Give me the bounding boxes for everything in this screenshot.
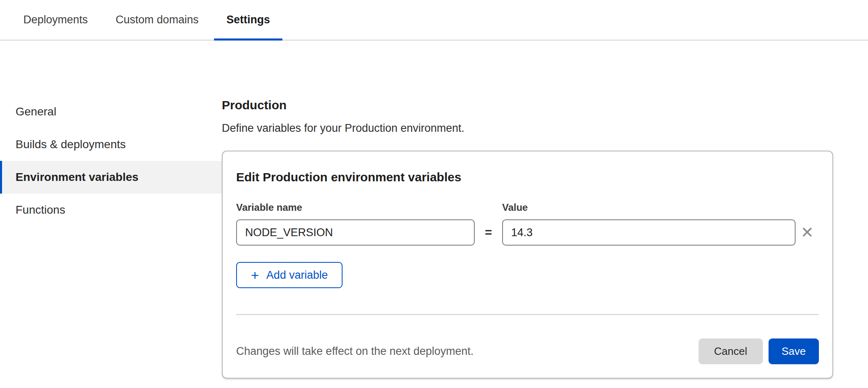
value-label: Value bbox=[502, 201, 796, 214]
sidebar-item-environment-variables[interactable]: Environment variables bbox=[0, 161, 222, 194]
tab-settings[interactable]: Settings bbox=[214, 0, 282, 40]
sidebar-item-builds-deployments[interactable]: Builds & deployments bbox=[0, 128, 222, 161]
card-heading: Edit Production environment variables bbox=[236, 169, 819, 186]
remove-variable-icon[interactable]: ✕ bbox=[801, 225, 814, 240]
variable-name-input[interactable] bbox=[236, 219, 475, 246]
footer-actions: Cancel Save bbox=[699, 338, 819, 364]
environment-variables-card: Edit Production environment variables Va… bbox=[222, 151, 833, 379]
variable-name-label: Variable name bbox=[236, 201, 475, 214]
tab-custom-domains[interactable]: Custom domains bbox=[104, 0, 211, 40]
equals-sign: = bbox=[475, 226, 502, 239]
add-variable-button[interactable]: + Add variable bbox=[236, 262, 343, 288]
add-variable-label: Add variable bbox=[266, 269, 328, 282]
save-button[interactable]: Save bbox=[769, 338, 819, 364]
card-footer: Changes will take effect on the next dep… bbox=[236, 338, 819, 364]
sidebar-item-functions[interactable]: Functions bbox=[0, 194, 222, 226]
plus-icon: + bbox=[251, 268, 259, 282]
field-labels-row: Variable name Value bbox=[236, 201, 819, 214]
deployment-note: Changes will take effect on the next dep… bbox=[236, 345, 473, 358]
sidebar-item-general[interactable]: General bbox=[0, 95, 222, 128]
remove-variable-cell: ✕ bbox=[796, 225, 819, 240]
settings-sidebar: General Builds & deployments Environment… bbox=[0, 41, 222, 226]
variable-value-input[interactable] bbox=[502, 219, 796, 246]
tab-deployments[interactable]: Deployments bbox=[11, 0, 100, 40]
content-area: General Builds & deployments Environment… bbox=[0, 41, 868, 379]
main-panel: Production Define variables for your Pro… bbox=[222, 41, 868, 379]
variable-row: = ✕ bbox=[236, 219, 819, 246]
cancel-button[interactable]: Cancel bbox=[699, 338, 763, 364]
page-title: Production bbox=[222, 97, 859, 113]
tab-bar: Deployments Custom domains Settings bbox=[0, 0, 868, 41]
page: Deployments Custom domains Settings Gene… bbox=[0, 0, 868, 388]
page-description: Define variables for your Production env… bbox=[222, 121, 859, 135]
card-divider bbox=[236, 314, 819, 315]
